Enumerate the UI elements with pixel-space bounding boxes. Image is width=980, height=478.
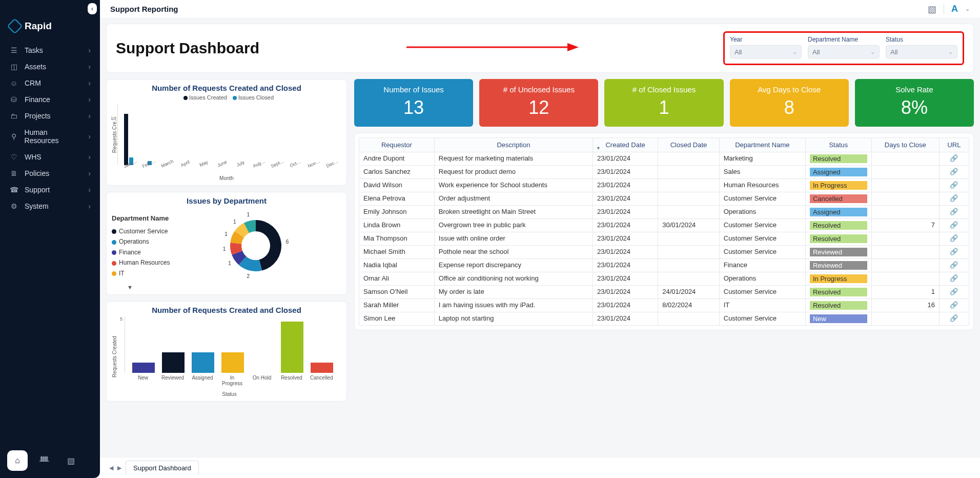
row-link-button[interactable]: 🔗 xyxy=(939,299,969,312)
cell-requestor: Simon Lee xyxy=(359,312,435,326)
cell-requestor: Sarah Miller xyxy=(359,299,435,312)
table-header[interactable]: Closed Date xyxy=(658,138,719,152)
home-button[interactable]: ⌂ xyxy=(7,450,28,471)
dashboard-icon-button[interactable]: ▧ xyxy=(60,450,81,471)
cell-requestor: Emily Johnson xyxy=(359,206,435,219)
table-row: Emily JohnsonBroken streetlight on Main … xyxy=(359,206,969,219)
legend-item: Human Resources xyxy=(112,257,170,268)
row-link-button[interactable]: 🔗 xyxy=(939,232,969,246)
table-header[interactable]: URL xyxy=(939,138,969,152)
sidebar-collapse-button[interactable]: ‹ xyxy=(88,3,97,14)
chevron-down-icon: ⌄ xyxy=(948,49,953,55)
row-link-button[interactable]: 🔗 xyxy=(939,246,969,259)
bar-group xyxy=(176,114,191,165)
table-header[interactable]: Status xyxy=(805,138,871,152)
slice-label: 2 xyxy=(247,273,250,279)
row-link-button[interactable]: 🔗 xyxy=(939,286,969,299)
legend-more-icon[interactable]: ▼ xyxy=(112,284,341,290)
table-header[interactable]: Description xyxy=(434,138,593,152)
cell-created: 23/01/2024 xyxy=(593,299,658,312)
bar-group xyxy=(286,114,301,165)
table-header[interactable]: Days to Close xyxy=(871,138,939,152)
slice-label: 1 xyxy=(228,261,231,266)
chevron-right-icon: › xyxy=(88,169,91,177)
cell-requestor: Mia Thompson xyxy=(359,232,435,246)
cell-description: Request for marketing materials xyxy=(434,152,593,166)
kpi-card: Avg Days to Close8 xyxy=(730,79,849,127)
filter-year-select[interactable]: All⌄ xyxy=(730,45,802,58)
row-link-button[interactable]: 🔗 xyxy=(939,179,969,192)
row-link-button[interactable]: 🔗 xyxy=(939,152,969,166)
sidebar-item-tasks[interactable]: ☰Tasks› xyxy=(0,42,100,58)
cell-status: In Progress xyxy=(805,179,871,192)
x-tick-label: Cancelled xyxy=(310,375,333,386)
sidebar-item-crm[interactable]: ☺CRM› xyxy=(0,75,100,91)
tab-next-button[interactable]: ▶ xyxy=(117,465,121,471)
cell-status: Cancelled xyxy=(805,192,871,206)
sidebar-item-whs[interactable]: ♡WHS› xyxy=(0,149,100,165)
kpi-label: Solve Rate xyxy=(858,85,971,94)
sidebar-item-finance[interactable]: ⛁Finance› xyxy=(0,91,100,108)
cell-days xyxy=(871,152,939,166)
logo-link[interactable]: A xyxy=(951,4,958,14)
chevron-right-icon: › xyxy=(88,202,91,210)
cell-created: 23/01/2024 xyxy=(593,179,658,192)
cell-status: Reviewed xyxy=(805,259,871,272)
chart-icon-button[interactable]: ▧ xyxy=(928,4,936,15)
x-tick-label: New xyxy=(132,375,154,386)
sidebar-item-system[interactable]: ⚙System› xyxy=(0,198,100,214)
chevron-right-icon: › xyxy=(88,186,91,194)
legend-header: Department Name xyxy=(112,213,170,224)
sidebar-item-support[interactable]: ☎Support› xyxy=(0,182,100,198)
cell-description: I am having issues with my iPad. xyxy=(434,299,593,312)
bar xyxy=(192,352,214,373)
cell-created: 23/01/2024 xyxy=(593,259,658,272)
tab-prev-button[interactable]: ◀ xyxy=(109,465,113,471)
nav-label: Tasks xyxy=(25,46,43,54)
donut-chart: 6211111 xyxy=(217,207,294,284)
table-header[interactable]: Created Date xyxy=(593,138,658,152)
slice-label: 1 xyxy=(222,246,226,252)
legend-item: Operations xyxy=(112,236,170,247)
row-link-button[interactable]: 🔗 xyxy=(939,259,969,272)
sidebar-item-assets[interactable]: ◫Assets› xyxy=(0,58,100,75)
kpi-row: Number of Issues13# of Unclosed Issues12… xyxy=(354,79,974,127)
row-link-button[interactable]: 🔗 xyxy=(939,272,969,286)
annotation-arrow xyxy=(259,41,723,55)
row-link-button[interactable]: 🔗 xyxy=(939,219,969,232)
cell-days: 7 xyxy=(871,219,939,232)
chart-title: Number of Requests Created and Closed xyxy=(112,306,341,314)
cell-description: Work experience for School students xyxy=(434,179,593,192)
slice-label: 6 xyxy=(285,239,289,245)
nav-label: Human Resources xyxy=(25,128,83,145)
cell-description: Order adjustment xyxy=(434,192,593,206)
row-link-button[interactable]: 🔗 xyxy=(939,312,969,326)
nav-icon: ♡ xyxy=(9,153,18,161)
sidebar-item-human-resources[interactable]: ⚲Human Resources› xyxy=(0,124,100,149)
bar-group xyxy=(158,114,173,165)
kpi-label: # of Closed Issues xyxy=(607,85,720,94)
table-header[interactable]: Requestor xyxy=(359,138,435,152)
row-link-button[interactable]: 🔗 xyxy=(939,166,969,179)
tab-support-dashboard[interactable]: Support Dashboard xyxy=(126,461,199,475)
chevron-right-icon: › xyxy=(88,63,91,71)
filter-status-select[interactable]: All⌄ xyxy=(886,45,957,58)
row-link-button[interactable]: 🔗 xyxy=(939,206,969,219)
sidebar: ‹ Rapid ☰Tasks›◫Assets›☺CRM›⛁Finance›🗀Pr… xyxy=(0,0,100,478)
x-tick-label: Reviewed xyxy=(161,375,184,386)
x-axis-label: Month xyxy=(112,175,341,181)
sidebar-item-projects[interactable]: 🗀Projects› xyxy=(0,108,100,124)
filter-status-label: Status xyxy=(886,36,957,43)
y-axis-label: Requests Cre… xyxy=(112,104,117,165)
bar xyxy=(124,114,128,165)
nav-label: WHS xyxy=(25,153,42,161)
sidebar-item-policies[interactable]: 🗎Policies› xyxy=(0,165,100,182)
sitemap-button[interactable]: ᚙ xyxy=(34,450,54,471)
table-header[interactable]: Department Name xyxy=(719,138,805,152)
cell-department: Finance xyxy=(719,259,805,272)
chevron-right-icon: › xyxy=(88,132,91,141)
chart-issues-by-department: Issues by Department Department Name Cus… xyxy=(106,192,347,295)
filter-department-select[interactable]: All⌄ xyxy=(808,45,880,58)
chevron-down-icon[interactable]: ⌄ xyxy=(965,6,970,12)
row-link-button[interactable]: 🔗 xyxy=(939,192,969,206)
